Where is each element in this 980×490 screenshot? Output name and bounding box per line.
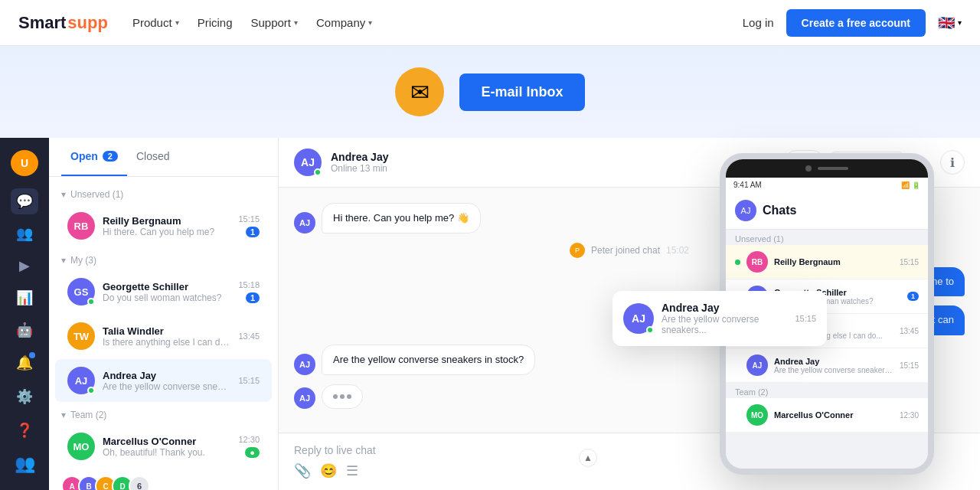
nav-product[interactable]: Product ▾ bbox=[132, 16, 179, 29]
avatar: MO bbox=[67, 433, 95, 460]
list-item[interactable]: TW Talia Windler Is there anything else … bbox=[55, 315, 272, 358]
sidebar-bottom: 🔔 ⚙️ ❓ 👥 bbox=[11, 349, 38, 478]
online-indicator bbox=[87, 387, 95, 394]
nav-right: Log in Create a free account 🇬🇧 ▾ bbox=[743, 9, 962, 37]
online-indicator bbox=[87, 298, 95, 305]
avatar: MO bbox=[746, 404, 768, 426]
user-avatar[interactable]: U bbox=[11, 150, 38, 176]
message-bubble: Hi there. Can you help me? 👋 bbox=[322, 203, 481, 234]
chevron-down-icon: ▾ bbox=[368, 18, 372, 27]
message-avatar: AJ bbox=[294, 354, 315, 375]
email-inbox-button[interactable]: E-mail Inbox bbox=[459, 74, 584, 111]
popup-info: Andrea Jay Are the yellow converse sneak… bbox=[662, 302, 787, 335]
list-item[interactable]: AJ Andrea Jay Are the yellow converse sn… bbox=[55, 359, 272, 402]
team-count: 6 bbox=[129, 475, 150, 490]
sidebar-item-notifications[interactable]: 🔔 bbox=[11, 349, 38, 377]
online-indicator bbox=[735, 260, 740, 265]
avatar: AJ bbox=[746, 354, 768, 376]
unread-badge: 1 bbox=[907, 292, 919, 301]
template-button[interactable]: ☰ bbox=[346, 462, 358, 479]
phone-dot bbox=[805, 165, 812, 172]
conversations-panel: Open 2 Closed ▾ Unserved (1) RB Reilly B… bbox=[49, 138, 279, 490]
nav-links: Product ▾ Pricing Support ▾ Company ▾ bbox=[132, 16, 718, 29]
phone-avatar: AJ bbox=[735, 200, 756, 221]
nav-pricing[interactable]: Pricing bbox=[198, 16, 233, 29]
nav-company[interactable]: Company ▾ bbox=[316, 16, 372, 29]
online-indicator bbox=[646, 326, 654, 334]
sidebar-item-settings[interactable]: ⚙️ bbox=[11, 383, 38, 410]
emoji-button[interactable]: 😊 bbox=[320, 462, 337, 479]
section-my: ▾ My (3) bbox=[49, 249, 278, 269]
chat-header-info: Andrea Jay Online 13 min bbox=[331, 151, 775, 174]
message-avatar: AJ bbox=[294, 212, 315, 234]
phone-status-bar: 9:41 AM 📶 🔋 bbox=[726, 178, 928, 192]
collapse-button[interactable]: ▲ bbox=[579, 449, 597, 467]
avatar: RB bbox=[746, 251, 768, 273]
tab-open[interactable]: Open 2 bbox=[61, 138, 127, 176]
sidebar-item-bots[interactable]: 🤖 bbox=[11, 317, 38, 343]
conv-info: Andrea Jay Are the yellow converse sneak… bbox=[103, 370, 230, 392]
conv-info: Marcellus O'Conner Oh, beautiful! Thank … bbox=[103, 436, 230, 458]
sidebar-item-video[interactable]: ▶ bbox=[11, 253, 38, 279]
phone-list-item[interactable]: RB Reilly Bergnaum 15:15 bbox=[726, 245, 928, 279]
chevron-down-icon: ▾ bbox=[958, 18, 962, 27]
create-account-button[interactable]: Create a free account bbox=[786, 9, 926, 37]
sidebar-item-profile[interactable]: 👥 bbox=[11, 450, 38, 478]
logo[interactable]: Smartsupp bbox=[18, 13, 108, 33]
phone-notch bbox=[726, 159, 928, 178]
conv-info: Talia Windler Is there anything else I c… bbox=[103, 325, 230, 348]
chat-avatar: AJ bbox=[294, 149, 322, 176]
logo-smart: Smart bbox=[18, 13, 66, 33]
phone-chat-header: AJ Chats bbox=[726, 192, 928, 230]
chevron-down-icon: ▾ bbox=[294, 18, 298, 27]
phone-list-item[interactable]: AJ Andrea Jay Are the yellow converse sn… bbox=[726, 348, 928, 382]
section-unserved: ▾ Unserved (1) bbox=[49, 183, 278, 203]
chevron-down-icon: ▾ bbox=[175, 18, 179, 27]
avatar: TW bbox=[67, 322, 95, 350]
avatar: GS bbox=[67, 278, 95, 305]
conv-info: Georgette Schiller Do you sell woman wat… bbox=[103, 281, 230, 303]
chat-notification-popup[interactable]: AJ Andrea Jay Are the yellow converse sn… bbox=[612, 291, 827, 346]
typing-indicator bbox=[322, 384, 363, 409]
chevron-down-icon: ▾ bbox=[61, 410, 66, 420]
tab-closed[interactable]: Closed bbox=[127, 138, 179, 176]
list-item[interactable]: GS Georgette Schiller Do you sell woman … bbox=[55, 270, 272, 313]
section-team: ▾ Team (2) bbox=[49, 403, 278, 423]
sidebar-item-analytics[interactable]: 📊 bbox=[11, 285, 38, 311]
chevron-down-icon: ▾ bbox=[61, 255, 66, 266]
navbar: Smartsupp Product ▾ Pricing Support ▾ Co… bbox=[0, 0, 980, 46]
popup-avatar: AJ bbox=[623, 303, 654, 334]
chevron-down-icon: ▾ bbox=[61, 189, 66, 200]
online-indicator bbox=[314, 168, 322, 176]
conversation-list: ▾ Unserved (1) RB Reilly Bergnaum Hi the… bbox=[49, 177, 278, 490]
open-badge: 2 bbox=[103, 151, 118, 162]
conv-info: Reilly Bergnaum Hi there. Can you help m… bbox=[103, 215, 230, 237]
list-item[interactable]: MO Marcellus O'Conner Oh, beautiful! Tha… bbox=[55, 425, 272, 468]
team-avatars: A B C D 6 bbox=[49, 469, 278, 490]
avatar: AJ bbox=[67, 367, 95, 394]
info-button[interactable]: ℹ bbox=[940, 150, 965, 175]
list-item[interactable]: RB Reilly Bergnaum Hi there. Can you hel… bbox=[55, 204, 272, 247]
avatar: RB bbox=[67, 212, 95, 240]
system-avatar: P bbox=[570, 243, 585, 258]
logo-supp: supp bbox=[67, 13, 108, 33]
phone-bar bbox=[818, 167, 848, 170]
nav-support[interactable]: Support ▾ bbox=[250, 16, 298, 29]
message-bubble: Are the yellow converse sneakers in stoc… bbox=[322, 345, 535, 375]
language-selector[interactable]: 🇬🇧 ▾ bbox=[938, 15, 962, 31]
conversation-tabs: Open 2 Closed bbox=[49, 138, 278, 177]
login-button[interactable]: Log in bbox=[743, 16, 774, 29]
sidebar: U 💬 👥 ▶ 📊 🤖 🔔 ⚙️ ❓ 👥 bbox=[0, 138, 49, 490]
email-icon: ✉ bbox=[395, 67, 444, 116]
message-avatar: AJ bbox=[294, 387, 315, 409]
hero-section: ✉ E-mail Inbox bbox=[0, 46, 980, 138]
phone-list-item[interactable]: MO Marcellus O'Conner 12:30 bbox=[726, 398, 928, 432]
sidebar-item-chat[interactable]: 💬 bbox=[11, 188, 38, 214]
sidebar-item-contacts[interactable]: 👥 bbox=[11, 220, 38, 247]
attachment-button[interactable]: 📎 bbox=[294, 462, 311, 479]
sidebar-item-help[interactable]: ❓ bbox=[11, 416, 38, 444]
